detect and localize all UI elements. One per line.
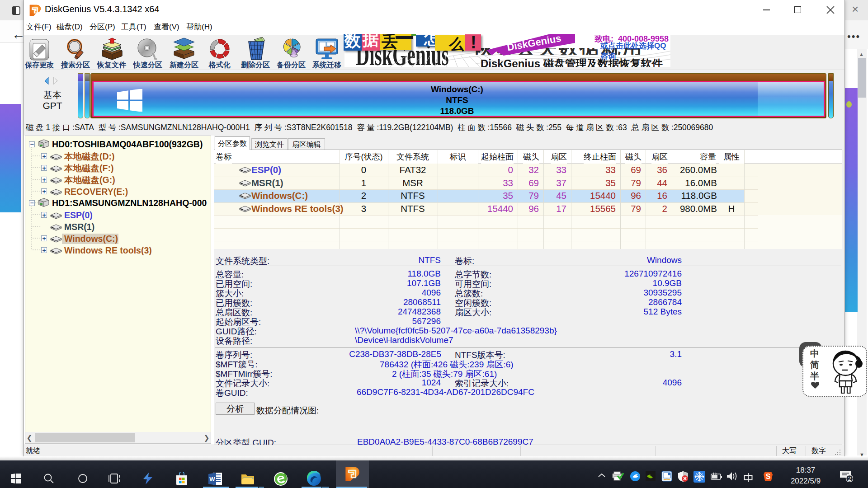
svg-text:2: 2 <box>848 475 851 482</box>
svg-text:S: S <box>766 473 771 480</box>
svg-text:W: W <box>209 476 215 483</box>
